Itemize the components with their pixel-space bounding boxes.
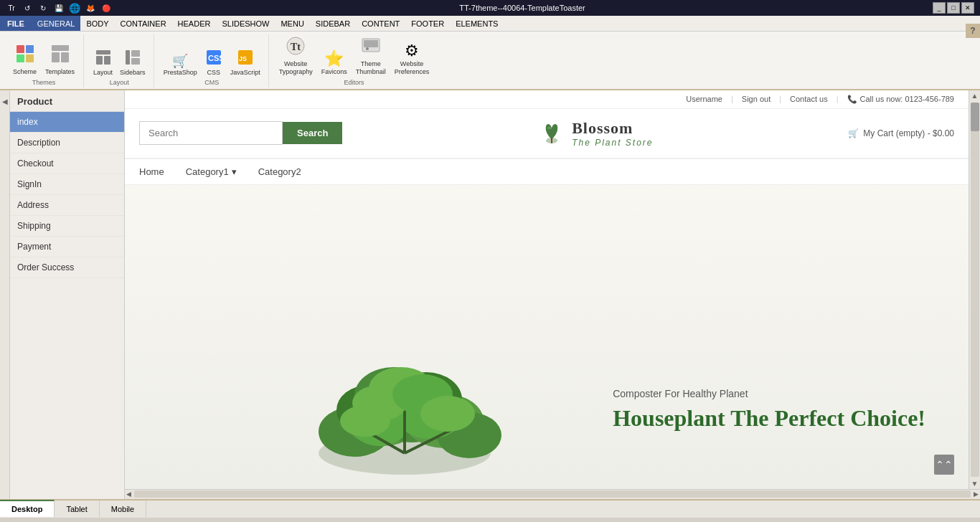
canvas-area: Username | Sign out | Contact us | 📞 Cal… bbox=[125, 90, 980, 499]
search-button[interactable]: Search bbox=[283, 122, 342, 144]
nav-category2[interactable]: Category2 bbox=[258, 166, 301, 177]
svg-rect-9 bbox=[104, 56, 110, 65]
right-scrollbar[interactable]: ▲ ▼ bbox=[969, 90, 980, 489]
web-icon[interactable]: 🌐 bbox=[69, 2, 80, 14]
maximize-button[interactable]: □ bbox=[947, 2, 960, 14]
svg-rect-2 bbox=[17, 54, 24, 62]
scheme-button[interactable]: Scheme bbox=[10, 42, 39, 77]
svg-text:CSS: CSS bbox=[208, 54, 222, 62]
slideshow-menu[interactable]: SLIDESHOW bbox=[216, 16, 275, 31]
favicons-icon: ⭐ bbox=[324, 51, 344, 67]
css-icon: CSS bbox=[206, 49, 222, 69]
general-menu[interactable]: GENERAL bbox=[32, 16, 81, 31]
sidebars-icon bbox=[125, 49, 141, 69]
sidebar-item-description[interactable]: Description bbox=[10, 133, 124, 153]
firefox-icon[interactable]: 🦊 bbox=[85, 2, 96, 14]
container-menu[interactable]: CONTAINER bbox=[115, 16, 172, 31]
hero-plant-image bbox=[268, 310, 541, 489]
prestashop-button[interactable]: 🛒 PrestaShop bbox=[161, 52, 199, 77]
nav-home[interactable]: Home bbox=[139, 166, 164, 177]
body-menu[interactable]: BODY bbox=[80, 16, 114, 31]
scroll-down-arrow[interactable]: ▼ bbox=[970, 478, 980, 489]
ribbon-group-themes-items: Scheme Templates bbox=[10, 34, 77, 77]
record-icon[interactable]: 🔴 bbox=[100, 2, 112, 14]
thumbnail-label: ThemeThumbnail bbox=[356, 60, 386, 76]
javascript-label: JavaScript bbox=[230, 69, 260, 76]
nav-category1[interactable]: Category1 ▾ bbox=[186, 166, 237, 177]
signout-link[interactable]: Sign out bbox=[742, 95, 771, 103]
footer-menu[interactable]: FOOTER bbox=[405, 16, 450, 31]
sidebar-item-shipping[interactable]: Shipping bbox=[10, 216, 124, 237]
svg-rect-10 bbox=[126, 50, 130, 65]
website-typography-button[interactable]: Tt WebsiteTypography bbox=[276, 34, 316, 77]
sidebar-title: Product bbox=[10, 90, 124, 112]
svg-point-42 bbox=[420, 396, 475, 432]
templates-button[interactable]: Templates bbox=[42, 42, 77, 77]
sidebar-item-signin[interactable]: SignIn bbox=[10, 174, 124, 195]
sidebar-item-address[interactable]: Address bbox=[10, 195, 124, 216]
sidebar-menu[interactable]: SIDEBAR bbox=[310, 16, 356, 31]
tab-tablet[interactable]: Tablet bbox=[55, 500, 99, 518]
logo-main-text: Blossom bbox=[572, 119, 653, 138]
theme-thumbnail-button[interactable]: ThemeThumbnail bbox=[353, 34, 389, 77]
svg-text:Tt: Tt bbox=[291, 42, 301, 52]
ribbon-group-editors: Tt WebsiteTypography ⭐ Favicons bbox=[270, 34, 438, 87]
cart-area[interactable]: 🛒 My Cart (empty) - $0.00 bbox=[848, 128, 954, 138]
menu-menu[interactable]: MENU bbox=[275, 16, 309, 31]
search-input[interactable] bbox=[139, 121, 283, 145]
css-button[interactable]: CSS CSS bbox=[202, 48, 225, 77]
elements-menu[interactable]: ELEMENTS bbox=[450, 16, 504, 31]
minimize-button[interactable]: _ bbox=[933, 2, 946, 14]
cms-group-label: CMS bbox=[204, 79, 219, 86]
layout-button[interactable]: Layout bbox=[91, 48, 115, 77]
favicons-button[interactable]: ⭐ Favicons bbox=[319, 49, 350, 77]
preview-topbar: Username | Sign out | Contact us | 📞 Cal… bbox=[125, 90, 969, 109]
svg-rect-0 bbox=[17, 45, 24, 53]
sidebar-item-checkout[interactable]: Checkout bbox=[10, 153, 124, 174]
window-title: TT-7theme--40064-TemplateToaster bbox=[112, 4, 933, 12]
scroll-to-top-button[interactable]: ⌃⌃ bbox=[934, 455, 954, 475]
help-button[interactable]: ? bbox=[966, 24, 980, 38]
file-menu[interactable]: FILE bbox=[0, 16, 32, 31]
dropdown-icon: ▾ bbox=[232, 166, 237, 177]
redo-icon[interactable]: ↻ bbox=[37, 2, 49, 14]
ribbon: Scheme Templates Themes bbox=[0, 32, 980, 90]
title-bar: Tr ↺ ↻ 💾 🌐 🦊 🔴 TT-7theme--40064-Template… bbox=[0, 0, 980, 16]
save-icon[interactable]: 💾 bbox=[53, 2, 65, 14]
horizontal-scrollbar[interactable]: ◀ ▶ bbox=[125, 489, 980, 499]
collapse-panel-button[interactable]: ◀ bbox=[0, 90, 10, 499]
svg-rect-6 bbox=[61, 52, 69, 62]
javascript-button[interactable]: JS JavaScript bbox=[228, 48, 263, 77]
sidebar-item-payment[interactable]: Payment bbox=[10, 237, 124, 257]
sidebar-item-order-success[interactable]: Order Success bbox=[10, 257, 124, 278]
sidebars-button[interactable]: Sidebars bbox=[118, 48, 148, 77]
scroll-right-arrow[interactable]: ▶ bbox=[972, 490, 980, 498]
javascript-icon: JS bbox=[237, 49, 253, 69]
favicons-label: Favicons bbox=[321, 68, 347, 76]
bottom-bar: Desktop Tablet Mobile bbox=[0, 499, 980, 518]
ribbon-group-cms-items: 🛒 PrestaShop CSS CSS bbox=[161, 34, 263, 77]
sidebar-item-index[interactable]: index bbox=[10, 112, 124, 133]
svg-rect-1 bbox=[26, 45, 34, 53]
cart-text: My Cart (empty) - $0.00 bbox=[863, 128, 954, 138]
username-link[interactable]: Username bbox=[686, 95, 722, 103]
sidebar: Product index Description Checkout SignI… bbox=[10, 90, 125, 499]
close-button[interactable]: ✕ bbox=[961, 2, 974, 14]
scroll-left-arrow[interactable]: ◀ bbox=[125, 490, 133, 498]
content-menu[interactable]: CONTENT bbox=[356, 16, 405, 31]
header-menu[interactable]: HEADER bbox=[172, 16, 217, 31]
ribbon-content: Scheme Templates Themes bbox=[0, 32, 980, 89]
tab-mobile[interactable]: Mobile bbox=[100, 500, 146, 518]
typography-label: WebsiteTypography bbox=[279, 60, 313, 76]
contact-link[interactable]: Contact us bbox=[790, 95, 828, 103]
preferences-icon: ⚙ bbox=[405, 43, 419, 59]
svg-rect-23 bbox=[551, 138, 552, 143]
undo-icon[interactable]: ↺ bbox=[22, 2, 33, 14]
layout-icon bbox=[95, 49, 111, 69]
canvas-scroll: Username | Sign out | Contact us | 📞 Cal… bbox=[125, 90, 980, 489]
scroll-thumb[interactable] bbox=[971, 103, 979, 131]
themes-group-label: Themes bbox=[32, 79, 56, 86]
scroll-up-arrow[interactable]: ▲ bbox=[970, 90, 980, 101]
tab-desktop[interactable]: Desktop bbox=[0, 500, 55, 517]
website-preferences-button[interactable]: ⚙ WebsitePreferences bbox=[392, 42, 433, 77]
